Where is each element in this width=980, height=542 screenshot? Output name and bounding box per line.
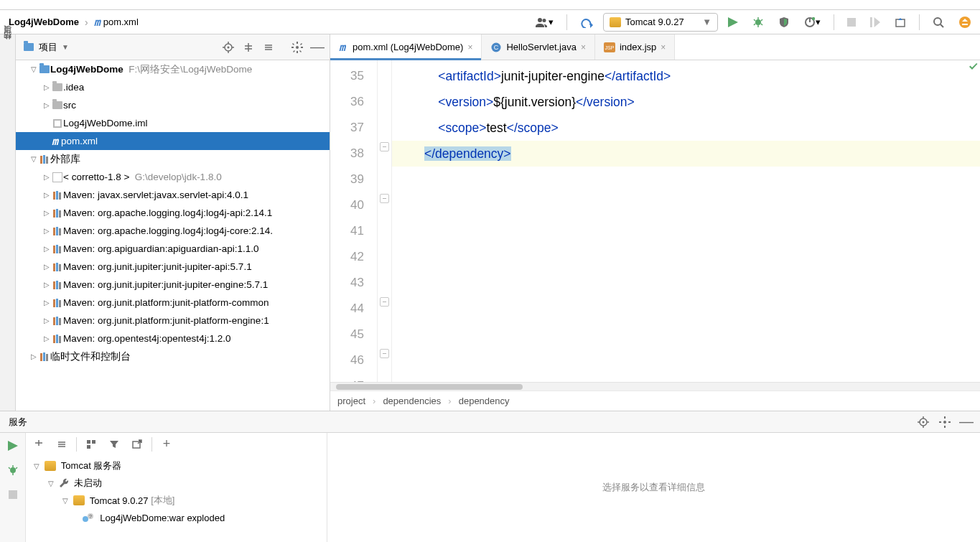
svg-rect-54: [87, 440, 90, 444]
ide-update-icon[interactable]: [954, 13, 976, 32]
run-button[interactable]: [4, 437, 22, 454]
svg-rect-15: [53, 192, 55, 200]
coverage-button[interactable]: [774, 14, 794, 31]
svg-rect-43: [43, 352, 45, 361]
gear-icon[interactable]: [935, 413, 954, 431]
stop-button: [843, 15, 860, 29]
gear-icon[interactable]: [288, 38, 307, 57]
hide-icon[interactable]: —: [308, 38, 327, 57]
project-root[interactable]: ▽Log4jWebDome F:\网络安全\Log4jWebDome: [16, 60, 330, 78]
collapse-all-icon[interactable]: [53, 436, 70, 453]
project-tree[interactable]: ▽Log4jWebDome F:\网络安全\Log4jWebDome▷.idea…: [16, 60, 330, 411]
svg-rect-11: [55, 121, 60, 126]
svg-rect-26: [59, 246, 61, 253]
project-tool-window: 项目 ▼ — ▽Log4jWebDome F:\网络安全\Log4jWebDom…: [16, 34, 330, 411]
fold-marker[interactable]: –: [380, 349, 389, 358]
run-button[interactable]: [724, 14, 742, 30]
debug-button[interactable]: [4, 462, 22, 479]
svg-rect-34: [56, 299, 58, 307]
menubar: [0, 0, 980, 10]
wrench-icon: [59, 478, 69, 488]
services-tree[interactable]: ▽ Tomcat 服务器 ▽ 未启动 ▽ Tomcat 9.0.27 [本地] …: [26, 456, 327, 542]
group-icon[interactable]: [83, 436, 100, 453]
breadcrumb-file-label: pom.xml: [103, 17, 139, 27]
add-icon[interactable]: +: [158, 436, 175, 453]
tree-item[interactable]: ▷Maven: org.junit.jupiter:junit-jupiter-…: [16, 276, 330, 294]
fold-marker[interactable]: –: [380, 297, 389, 307]
close-icon[interactable]: ×: [467, 42, 472, 52]
tree-item[interactable]: ▷Maven: org.apache.logging.log4j:log4j-c…: [16, 222, 330, 240]
expand-all-icon[interactable]: [30, 436, 47, 453]
tree-item[interactable]: ▷Maven: org.junit.platform:junit-platfor…: [16, 312, 330, 330]
tree-item[interactable]: ▷Maven: javax.servlet:javax.servlet-api:…: [16, 186, 330, 204]
filter-icon[interactable]: [106, 436, 123, 453]
svg-rect-16: [56, 191, 58, 200]
svg-rect-25: [56, 245, 58, 253]
editor-tab[interactable]: JSPindex.jsp×: [595, 34, 675, 60]
users-icon[interactable]: ▾: [531, 14, 558, 31]
collapse-all-icon[interactable]: [259, 38, 278, 57]
tree-item[interactable]: Log4jWebDome.iml: [16, 114, 330, 132]
fold-strip: – – – –: [378, 60, 392, 382]
fold-marker[interactable]: –: [380, 142, 389, 151]
profile-button[interactable]: ▾: [800, 14, 825, 31]
tree-item[interactable]: ▷< corretto-1.8 > G:\develop\jdk-1.8.0: [16, 168, 330, 186]
project-header: 项目 ▼ —: [16, 34, 330, 60]
breadcrumb-project[interactable]: Log4jWebDome: [4, 15, 83, 29]
breadcrumb-item[interactable]: dependency: [459, 396, 510, 406]
services-header: 服务 —: [0, 411, 980, 433]
editor-tab[interactable]: mpom.xml (Log4jWebDome)×: [330, 34, 482, 60]
tree-item[interactable]: ▷Maven: org.apache.logging.log4j:log4j-a…: [16, 204, 330, 222]
svg-rect-55: [92, 440, 95, 444]
tree-item[interactable]: ▷Maven: org.junit.platform:junit-platfor…: [16, 294, 330, 312]
tree-item[interactable]: ▷Maven: org.opentest4j:opentest4j:1.2.0: [16, 330, 330, 347]
run-config-combo[interactable]: Tomcat 9.0.27 ▼: [603, 13, 718, 32]
svg-rect-21: [53, 228, 55, 235]
svg-rect-56: [87, 445, 90, 449]
stop-button: [4, 486, 22, 503]
tree-config-label: Tomcat 9.0.27: [90, 495, 149, 506]
tree-item[interactable]: ▷.idea: [16, 78, 330, 96]
breadcrumb-item[interactable]: dependencies: [383, 396, 441, 406]
hide-icon[interactable]: —: [957, 413, 976, 431]
services-title: 服务: [4, 416, 32, 429]
java-class-icon: C: [490, 42, 502, 53]
locate-icon[interactable]: [914, 413, 933, 431]
close-icon[interactable]: ×: [581, 42, 586, 52]
undo-arrow-icon[interactable]: [576, 14, 597, 31]
tree-item[interactable]: mpom.xml: [16, 132, 330, 150]
services-tool-window: 服务 — + ▽ Tomcat 服务器: [0, 411, 980, 542]
open-new-tab-icon[interactable]: [129, 436, 146, 453]
tree-item[interactable]: ▷Maven: org.apiguardian:apiguardian-api:…: [16, 240, 330, 258]
svg-rect-24: [53, 246, 55, 253]
svg-rect-22: [56, 227, 58, 235]
debug-button[interactable]: [748, 14, 768, 30]
expand-all-icon[interactable]: [239, 38, 258, 57]
editor-horizontal-scrollbar[interactable]: [330, 382, 980, 391]
search-icon[interactable]: [928, 14, 948, 31]
project-view-combo[interactable]: 项目 ▼: [19, 38, 73, 57]
code-editor[interactable]: <artifactId>junit-jupiter-engine</artifa…: [392, 60, 980, 382]
external-libraries[interactable]: ▽外部库: [16, 150, 330, 168]
locate-icon[interactable]: [219, 38, 238, 57]
scratches[interactable]: ▷临时文件和控制台: [16, 347, 330, 365]
tomcat-icon: [610, 17, 621, 27]
tree-item[interactable]: ▷src: [16, 96, 330, 114]
tree-item[interactable]: ▷Maven: org.junit.jupiter:junit-jupiter-…: [16, 258, 330, 276]
update-button[interactable]: [890, 14, 910, 31]
breadcrumb-file[interactable]: m pom.xml: [90, 14, 143, 30]
svg-rect-40: [56, 335, 58, 343]
close-icon[interactable]: ×: [661, 42, 666, 52]
svg-rect-37: [56, 317, 58, 325]
tomcat-icon: [45, 461, 56, 471]
fold-marker[interactable]: –: [380, 194, 389, 203]
editor-tab[interactable]: CHelloServlet.java×: [482, 34, 595, 60]
svg-rect-20: [59, 210, 61, 218]
svg-rect-36: [53, 317, 55, 325]
chevron-down-icon: ▼: [702, 17, 711, 27]
svg-rect-33: [53, 299, 55, 307]
svg-rect-30: [53, 281, 55, 289]
editor-tabs: mpom.xml (Log4jWebDome)×CHelloServlet.ja…: [330, 34, 980, 60]
tomcat-icon: [73, 495, 85, 505]
svg-point-8: [228, 46, 230, 48]
